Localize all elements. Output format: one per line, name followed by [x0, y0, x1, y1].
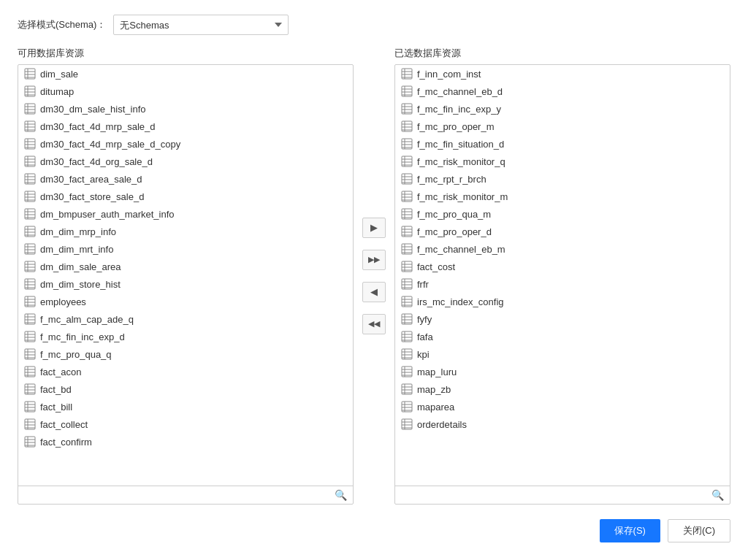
list-item[interactable]: irs_mc_index_config [395, 293, 730, 310]
list-item[interactable]: orderdetails [395, 415, 730, 433]
list-item[interactable]: f_mc_alm_cap_ade_q [18, 310, 353, 328]
list-item[interactable]: f_mc_pro_qua_q [18, 345, 353, 363]
list-item[interactable]: f_mc_risk_monitor_q [395, 153, 730, 170]
selected-search-input[interactable] [401, 490, 709, 500]
list-item[interactable]: dm_dim_mrp_info [18, 223, 353, 240]
list-item[interactable]: f_mc_pro_oper_m [395, 118, 730, 135]
page: 选择模式(Schema)： 无Schemas 可用数据库资源 dim_sale … [0, 0, 748, 560]
item-label: fact_collect [40, 419, 88, 430]
list-item[interactable]: fafa [395, 328, 730, 345]
item-label: f_mc_risk_monitor_q [417, 156, 505, 167]
list-item[interactable]: dm_dim_sale_area [18, 258, 353, 275]
item-label: dm_dim_sale_area [40, 261, 121, 272]
list-item[interactable]: dm30_fact_4d_org_sale_d [18, 153, 353, 170]
item-label: f_mc_pro_oper_m [417, 121, 495, 132]
item-label: orderdetails [417, 419, 467, 430]
list-item[interactable]: fyfy [395, 310, 730, 328]
list-item[interactable]: f_mc_fin_inc_exp_d [18, 328, 353, 345]
list-item[interactable]: f_mc_risk_monitor_m [395, 188, 730, 205]
selected-search-bar: 🔍 [395, 486, 730, 504]
list-item[interactable]: fact_collect [18, 415, 353, 433]
list-item[interactable]: f_mc_fin_situation_d [395, 135, 730, 153]
selected-panel-title: 已选数据库资源 [394, 47, 730, 60]
available-panel: 可用数据库资源 dim_sale ditumap dm30_dm_sale_hi… [18, 47, 354, 505]
footer: 保存(S) 关闭(C) [18, 513, 730, 545]
item-label: employees [40, 296, 86, 307]
list-item[interactable]: f_mc_pro_oper_d [395, 223, 730, 240]
list-item[interactable]: ditumap [18, 83, 353, 100]
remove-one-button[interactable]: ◀ [362, 282, 386, 302]
list-item[interactable]: dm_bmpuser_auth_market_info [18, 205, 353, 223]
item-label: f_mc_rpt_r_brch [417, 174, 486, 185]
list-item[interactable]: dm30_dm_sale_hist_info [18, 100, 353, 118]
list-item[interactable]: map_zb [395, 380, 730, 398]
selected-search-icon: 🔍 [711, 489, 724, 501]
item-label: fact_confirm [40, 437, 92, 448]
item-label: dm30_fact_store_sale_d [40, 191, 144, 202]
schema-label: 选择模式(Schema)： [18, 18, 106, 31]
list-item[interactable]: fact_cost [395, 258, 730, 275]
remove-all-button[interactable]: ◀◀ [362, 314, 386, 334]
list-item[interactable]: dm30_fact_4d_mrp_sale_d_copy [18, 135, 353, 153]
item-label: dm_bmpuser_auth_market_info [40, 209, 175, 220]
item-label: f_mc_pro_oper_d [417, 226, 492, 237]
list-item[interactable]: map_luru [395, 363, 730, 380]
available-list-scroll[interactable]: dim_sale ditumap dm30_dm_sale_hist_info … [18, 65, 353, 486]
main-content: 可用数据库资源 dim_sale ditumap dm30_dm_sale_hi… [18, 47, 730, 505]
item-label: frfr [417, 279, 429, 290]
item-label: dm_dim_store_hist [40, 279, 121, 290]
list-item[interactable]: kpi [395, 345, 730, 363]
item-label: f_mc_fin_situation_d [417, 139, 504, 150]
item-label: f_mc_fin_inc_exp_y [417, 104, 501, 115]
list-item[interactable]: fact_bd [18, 380, 353, 398]
selected-panel: 已选数据库资源 f_inn_com_inst f_mc_channel_eb_d… [394, 47, 730, 505]
item-label: dm_dim_mrt_info [40, 244, 113, 255]
schema-select[interactable]: 无Schemas [113, 15, 289, 35]
list-item[interactable]: dm_dim_store_hist [18, 275, 353, 293]
available-panel-title: 可用数据库资源 [18, 47, 354, 60]
available-search-bar: 🔍 [18, 486, 353, 504]
list-item[interactable]: dm30_fact_area_sale_d [18, 170, 353, 188]
item-label: dm30_fact_area_sale_d [40, 174, 142, 185]
list-item[interactable]: dim_sale [18, 65, 353, 83]
item-label: dm30_fact_4d_org_sale_d [40, 156, 153, 167]
list-item[interactable]: dm_dim_mrt_info [18, 240, 353, 258]
list-item[interactable]: f_mc_fin_inc_exp_y [395, 100, 730, 118]
item-label: f_mc_channel_eb_d [417, 86, 503, 97]
item-label: f_mc_risk_monitor_m [417, 191, 508, 202]
item-label: dm30_fact_4d_mrp_sale_d [40, 121, 156, 132]
item-label: dim_sale [40, 69, 78, 80]
list-item[interactable]: f_inn_com_inst [395, 65, 730, 83]
selected-list-scroll[interactable]: f_inn_com_inst f_mc_channel_eb_d f_mc_fi… [395, 65, 730, 486]
item-label: fafa [417, 331, 433, 342]
list-item[interactable]: maparea [395, 398, 730, 415]
list-item[interactable]: dm30_fact_4d_mrp_sale_d [18, 118, 353, 135]
list-item[interactable]: dm30_fact_store_sale_d [18, 188, 353, 205]
list-item[interactable]: f_mc_rpt_r_brch [395, 170, 730, 188]
add-all-button[interactable]: ▶▶ [362, 250, 386, 270]
item-label: f_mc_channel_eb_m [417, 244, 505, 255]
schema-row: 选择模式(Schema)： 无Schemas [18, 15, 730, 35]
list-item[interactable]: f_mc_channel_eb_d [395, 83, 730, 100]
available-search-icon: 🔍 [335, 489, 347, 501]
item-label: maparea [417, 402, 454, 413]
list-item[interactable]: employees [18, 293, 353, 310]
list-item[interactable]: fact_bill [18, 398, 353, 415]
list-item[interactable]: f_mc_channel_eb_m [395, 240, 730, 258]
item-label: f_mc_alm_cap_ade_q [40, 314, 134, 325]
available-search-input[interactable] [24, 490, 332, 500]
item-label: fact_bd [40, 384, 72, 395]
item-label: ditumap [40, 86, 74, 97]
transfer-buttons: ▶ ▶▶ ◀ ◀◀ [354, 47, 394, 505]
add-one-button[interactable]: ▶ [362, 218, 386, 238]
item-label: fact_bill [40, 402, 72, 413]
list-item[interactable]: frfr [395, 275, 730, 293]
list-item[interactable]: fact_acon [18, 363, 353, 380]
item-label: f_mc_fin_inc_exp_d [40, 331, 125, 342]
list-item[interactable]: fact_confirm [18, 433, 353, 450]
save-button[interactable]: 保存(S) [600, 519, 660, 542]
item-label: dm30_dm_sale_hist_info [40, 104, 146, 115]
close-button[interactable]: 关闭(C) [668, 519, 730, 542]
item-label: fyfy [417, 314, 432, 325]
list-item[interactable]: f_mc_pro_qua_m [395, 205, 730, 223]
